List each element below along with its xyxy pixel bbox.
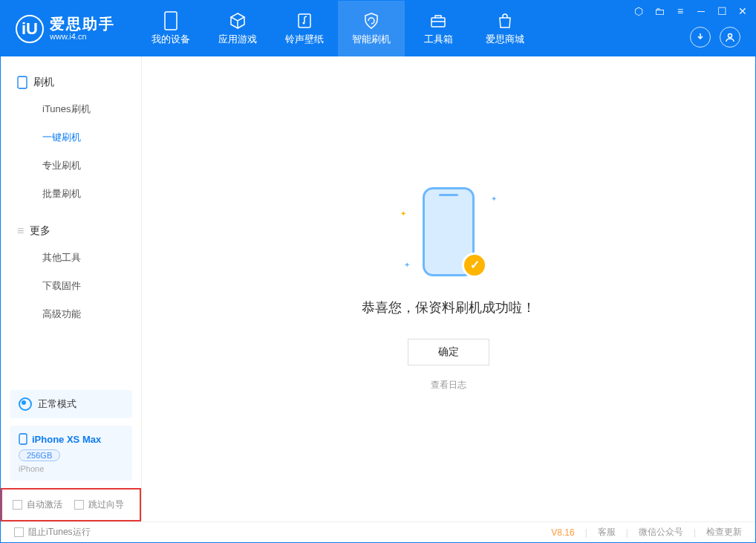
tshirt-icon[interactable]: ⬡: [632, 5, 645, 17]
sparkle-icon: ✦: [404, 261, 410, 269]
bag-icon: [496, 12, 514, 30]
main-content: ✦ ✦ ✦ ✓ 恭喜您，保资料刷机成功啦！ 确定 查看日志: [142, 56, 755, 521]
nav-label: 我的设备: [151, 33, 190, 46]
svg-point-4: [729, 34, 732, 38]
phone-icon: [17, 76, 27, 89]
block-itunes-checkbox[interactable]: 阻止iTunes运行: [14, 526, 91, 539]
ok-button[interactable]: 确定: [408, 339, 489, 365]
logo-icon: iU: [16, 15, 44, 43]
header-actions: [690, 27, 740, 48]
checkbox-label: 阻止iTunes运行: [28, 526, 91, 539]
nav-label: 工具箱: [424, 33, 453, 46]
sparkle-icon: ✦: [400, 209, 406, 218]
phone-small-icon: [19, 433, 27, 445]
footer-link-support[interactable]: 客服: [598, 526, 616, 539]
sparkle-icon: ✦: [491, 195, 497, 203]
lock-icon[interactable]: 🗀: [653, 5, 666, 17]
skip-guide-checkbox[interactable]: 跳过向导: [74, 498, 124, 511]
checkbox-label: 跳过向导: [88, 498, 124, 511]
sidebar: 刷机 iTunes刷机 一键刷机 专业刷机 批量刷机 ≡ 更多 其他工具 下载固…: [1, 56, 142, 521]
svg-rect-0: [165, 12, 177, 30]
sidebar-item-pro-flash[interactable]: 专业刷机: [1, 152, 141, 180]
music-icon: [296, 12, 313, 30]
nav-label: 智能刷机: [352, 33, 391, 46]
user-button[interactable]: [720, 27, 740, 48]
cube-icon: [229, 12, 247, 30]
mode-icon: [19, 397, 32, 411]
status-bar: 阻止iTunes运行 V8.16 | 客服 | 微信公众号 | 检查更新: [1, 521, 755, 542]
nav-label: 应用游戏: [218, 33, 257, 46]
app-title: 爱思助手: [50, 16, 115, 32]
svg-rect-3: [431, 18, 445, 27]
mode-label: 正常模式: [38, 397, 76, 411]
nav-label: 爱思商城: [486, 33, 524, 46]
nav-apps[interactable]: 应用游戏: [204, 1, 271, 56]
toolbox-icon: [429, 12, 447, 30]
group-label: 更多: [30, 224, 50, 238]
device-capacity: 256GB: [19, 449, 60, 461]
sidebar-item-oneclick-flash[interactable]: 一键刷机: [1, 123, 141, 152]
sidebar-group-flash: 刷机: [1, 70, 141, 95]
device-type: iPhone: [19, 464, 123, 473]
device-card[interactable]: iPhone XS Max 256GB iPhone: [10, 426, 132, 481]
footer-link-update[interactable]: 检查更新: [706, 526, 742, 539]
nav-flash[interactable]: 智能刷机: [338, 1, 405, 56]
menu-icon[interactable]: ≡: [674, 5, 687, 17]
download-button[interactable]: [690, 27, 711, 48]
check-badge-icon: ✓: [462, 253, 487, 278]
sidebar-item-advanced[interactable]: 高级功能: [1, 300, 141, 328]
svg-rect-5: [18, 77, 27, 88]
sidebar-item-other-tools[interactable]: 其他工具: [1, 244, 141, 272]
nav-store[interactable]: 爱思商城: [472, 1, 538, 56]
maximize-icon[interactable]: ☐: [715, 5, 729, 17]
list-icon: ≡: [17, 224, 24, 238]
close-icon[interactable]: ✕: [736, 5, 749, 17]
body: 刷机 iTunes刷机 一键刷机 专业刷机 批量刷机 ≡ 更多 其他工具 下载固…: [1, 56, 755, 521]
nav-my-device[interactable]: 我的设备: [137, 1, 204, 56]
success-message: 恭喜您，保资料刷机成功啦！: [362, 299, 535, 316]
nav-toolbox[interactable]: 工具箱: [405, 1, 472, 56]
version-label: V8.16: [551, 527, 574, 538]
minimize-icon[interactable]: ─: [694, 5, 708, 17]
app-site: www.i4.cn: [50, 32, 115, 41]
group-label: 刷机: [33, 76, 54, 89]
sidebar-item-download-firmware[interactable]: 下载固件: [1, 272, 141, 300]
svg-point-2: [303, 22, 305, 24]
flash-options-highlight: 自动激活 跳过向导: [1, 488, 141, 521]
footer-link-wechat[interactable]: 微信公众号: [639, 526, 683, 539]
auto-activate-checkbox[interactable]: 自动激活: [13, 498, 62, 511]
logo: iU 爱思助手 www.i4.cn: [1, 15, 130, 43]
sidebar-group-more: ≡ 更多: [1, 218, 141, 244]
view-log-link[interactable]: 查看日志: [431, 379, 466, 391]
nav-ringtones[interactable]: 铃声壁纸: [271, 1, 338, 56]
device-name-label: iPhone XS Max: [32, 434, 101, 445]
nav-label: 铃声壁纸: [285, 33, 324, 46]
refresh-shield-icon: [362, 12, 380, 30]
main-nav: 我的设备 应用游戏 铃声壁纸 智能刷机 工具箱 爱思商城: [137, 1, 538, 56]
window-controls: ⬡ 🗀 ≡ ─ ☐ ✕: [632, 5, 749, 17]
checkbox-label: 自动激活: [27, 498, 62, 511]
svg-rect-6: [19, 434, 27, 444]
mode-card[interactable]: 正常模式: [10, 390, 132, 418]
sidebar-item-batch-flash[interactable]: 批量刷机: [1, 180, 141, 208]
app-header: iU 爱思助手 www.i4.cn 我的设备 应用游戏 铃声壁纸 智能刷机 工具…: [1, 1, 755, 56]
sidebar-item-itunes-flash[interactable]: iTunes刷机: [1, 95, 141, 123]
success-illustration: ✦ ✦ ✦ ✓: [404, 187, 493, 284]
device-icon: [162, 12, 180, 30]
